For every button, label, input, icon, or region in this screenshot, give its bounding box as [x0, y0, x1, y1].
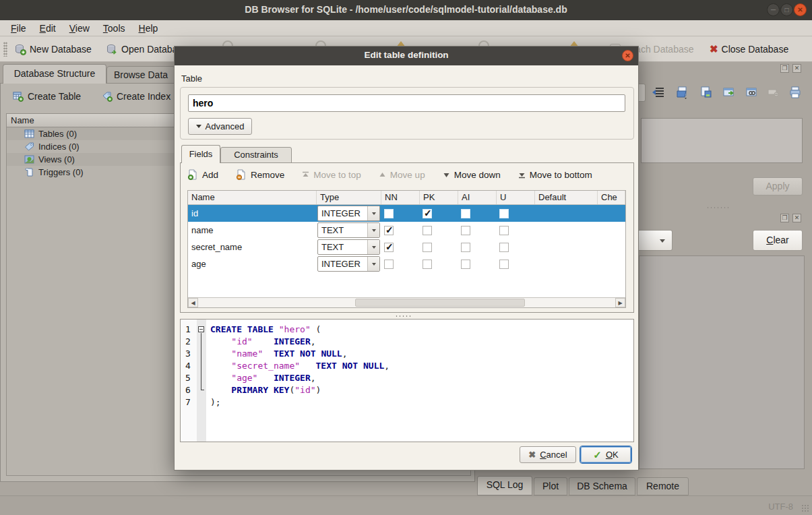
dock-float-icon[interactable]: ❐ [780, 64, 789, 73]
import-file-icon[interactable] [676, 86, 689, 99]
nn-checkbox[interactable] [384, 226, 394, 235]
check-cell[interactable] [598, 255, 625, 272]
grid-header-ai[interactable]: AI [458, 191, 497, 204]
pk-checkbox[interactable] [423, 260, 432, 269]
dock-close-icon[interactable]: ✕ [792, 64, 801, 73]
scroll-left-icon[interactable]: ◀ [188, 298, 198, 307]
tab-database-structure[interactable]: Database Structure [3, 64, 106, 84]
nn-checkbox[interactable] [384, 243, 394, 252]
dialog-titlebar[interactable]: Edit table definition ✕ [175, 47, 638, 65]
table-name-input[interactable] [188, 94, 625, 112]
save-file-icon[interactable] [699, 86, 713, 99]
move-up-button[interactable]: Move up [379, 170, 425, 180]
menu-file[interactable]: File [4, 22, 33, 35]
check-cell[interactable] [598, 205, 625, 222]
menu-help[interactable]: Help [132, 22, 165, 35]
u-checkbox[interactable] [499, 243, 509, 252]
close-icon[interactable]: ✕ [794, 3, 807, 16]
nn-checkbox[interactable] [384, 209, 394, 218]
move-to-top-button[interactable]: Move to top [302, 170, 361, 180]
default-cell[interactable] [535, 222, 598, 239]
field-row-secret_name[interactable]: secret_nameTEXT [188, 239, 625, 255]
minimize-icon[interactable]: ─ [767, 3, 780, 16]
set-null-icon[interactable] [767, 86, 780, 99]
field-row-id[interactable]: idINTEGER [188, 205, 625, 222]
scroll-right-icon[interactable]: ▶ [615, 298, 625, 307]
check-cell[interactable] [598, 239, 625, 255]
text-mode-icon[interactable] [652, 86, 665, 99]
grid-header-pk[interactable]: PK [420, 191, 458, 204]
ai-checkbox[interactable] [461, 226, 470, 235]
ai-checkbox[interactable] [461, 243, 470, 252]
menu-view[interactable]: View [63, 22, 96, 35]
dock-close-icon[interactable]: ✕ [792, 214, 801, 222]
bottom-tab-remote[interactable]: Remote [637, 477, 689, 495]
cell-editor-textarea[interactable] [641, 118, 803, 163]
titlebar[interactable]: DB Browser for SQLite - /home/user/code/… [0, 0, 812, 20]
sql-log-list[interactable] [639, 255, 805, 469]
field-name-cell[interactable]: age [188, 255, 317, 272]
default-cell[interactable] [535, 239, 598, 255]
type-dropdown[interactable]: INTEGER [317, 206, 380, 221]
menu-tools[interactable]: Tools [96, 22, 132, 35]
pk-checkbox[interactable] [423, 243, 432, 252]
grid-header-type[interactable]: Type [317, 191, 381, 204]
dock-float-icon[interactable]: ❐ [780, 214, 789, 222]
advanced-button[interactable]: Advanced [188, 118, 252, 135]
apply-button[interactable]: Apply [753, 177, 803, 195]
grid-header-che[interactable]: Che [598, 191, 625, 204]
close-database-button[interactable]: ✖ Close Database [710, 41, 788, 57]
grid-hscrollbar[interactable]: ◀ ▶ [188, 297, 625, 307]
pk-checkbox[interactable] [423, 209, 432, 218]
menu-edit[interactable]: Edit [33, 22, 63, 35]
tab-browse-data[interactable]: Browse Data [106, 66, 175, 84]
new-database-button[interactable]: New Database [15, 41, 92, 57]
encoding-indicator[interactable]: UTF-8 [768, 502, 793, 512]
create-table-button[interactable]: Create Table [13, 91, 81, 102]
grid-header-default[interactable]: Default [535, 191, 598, 204]
type-dropdown[interactable]: INTEGER [317, 256, 380, 272]
pk-checkbox[interactable] [423, 226, 432, 235]
ok-button[interactable]: ✓OK [580, 446, 631, 463]
dock-splitter[interactable] [706, 206, 730, 209]
default-cell[interactable] [535, 205, 598, 222]
link-icon[interactable] [745, 86, 759, 99]
bottom-tab-sql-log[interactable]: SQL Log [477, 476, 532, 495]
grid-header-u[interactable]: U [497, 191, 535, 204]
clear-button[interactable]: Clear [753, 230, 803, 251]
field-row-age[interactable]: ageINTEGER [188, 255, 625, 272]
ai-checkbox[interactable] [461, 209, 470, 218]
scrollbar-thumb[interactable] [355, 299, 525, 307]
field-name-cell[interactable]: secret_name [188, 239, 317, 255]
toolbar-grip[interactable] [3, 42, 7, 57]
move-to-bottom-button[interactable]: Move to bottom [518, 170, 592, 180]
ai-checkbox[interactable] [461, 260, 470, 269]
dialog-close-icon[interactable]: ✕ [622, 50, 633, 61]
u-checkbox[interactable] [499, 209, 509, 218]
bottom-tab-plot[interactable]: Plot [534, 477, 567, 495]
type-dropdown[interactable]: TEXT [317, 239, 380, 255]
default-cell[interactable] [535, 255, 598, 272]
create-index-button[interactable]: Create Index [102, 91, 170, 102]
field-row-name[interactable]: nameTEXT [188, 222, 625, 239]
u-checkbox[interactable] [499, 260, 509, 269]
fold-marker-icon[interactable] [198, 326, 204, 332]
resize-grip[interactable] [801, 504, 809, 512]
field-name-cell[interactable]: name [188, 222, 317, 239]
u-checkbox[interactable] [499, 226, 509, 235]
bottom-tab-db-schema[interactable]: DB Schema [569, 477, 635, 495]
grid-header-nn[interactable]: NN [381, 191, 420, 204]
log-filter-dropdown[interactable] [634, 230, 673, 251]
tab-fields[interactable]: Fields [181, 145, 220, 163]
print-icon[interactable] [788, 86, 802, 99]
remove-field-button[interactable]: Remove [236, 169, 284, 180]
cancel-button[interactable]: ✖Cancel [520, 446, 576, 463]
maximize-icon[interactable]: □ [780, 3, 793, 16]
check-cell[interactable] [598, 222, 625, 239]
grid-header-name[interactable]: Name [188, 191, 317, 204]
nn-checkbox[interactable] [384, 260, 394, 269]
move-down-button[interactable]: Move down [443, 170, 501, 180]
export-icon[interactable] [722, 86, 736, 99]
tab-constraints[interactable]: Constraints [220, 147, 292, 163]
dialog-splitter[interactable] [395, 315, 412, 317]
